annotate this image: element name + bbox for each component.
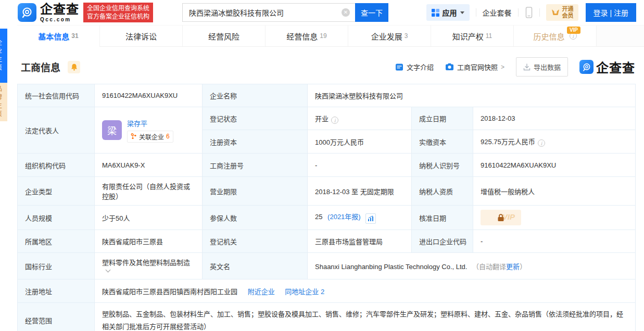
org-chart-icon <box>131 133 137 139</box>
search-group: ✕ 查一下 <box>182 3 388 22</box>
translate-update-link[interactable]: 更新 <box>506 263 520 271</box>
side-tab-company-homepage[interactable]: 企业主页 <box>0 29 7 83</box>
qcc-logo-glyph <box>21 6 33 19</box>
establish-date-value: 2018-12-03 <box>473 107 636 130</box>
table-row: 组织机构代码 MA6XUAK9-X 工商注册号 - 纳税人识别号 9161042… <box>18 154 636 177</box>
tab-count: 31 <box>71 32 78 40</box>
table-row: 国标行业 塑料零件及其他塑料制品制造 英文名 Shaanxi Lianghanb… <box>18 253 636 279</box>
legal-rep-label: 法定代表人 <box>18 107 95 154</box>
apps-dropdown[interactable]: 应用 <box>426 4 470 21</box>
apps-grid-icon <box>432 9 439 17</box>
official-credential-badge: 全国企业信用查询系统 官方备案企业征信机构 <box>83 3 153 22</box>
reg-status-value: 开业i <box>308 107 412 130</box>
address-value: 陕西省咸阳市三原县西阳镇西南村西阳工业园 附近企业 同地址企业 2 <box>95 279 636 303</box>
industry-label: 国标行业 <box>18 253 95 279</box>
tab-label: 经营信息 <box>286 31 318 42</box>
related-companies-badge[interactable]: 关联企业 6 <box>127 131 173 143</box>
side-tab-label: 品牌主页 <box>0 85 7 119</box>
vip-locked-value[interactable]: VIP <box>481 210 521 225</box>
reg-authority-label: 登记机关 <box>203 230 308 253</box>
official-snapshot-link[interactable]: 工商官网快照 > <box>445 62 504 72</box>
annual-report-link[interactable]: (2021年报) <box>327 213 361 221</box>
reg-capital-value: 1000万元人民币 <box>308 130 412 154</box>
download-icon <box>523 63 531 71</box>
info-icon[interactable]: i <box>538 139 545 147</box>
tab-basic-info[interactable]: 基本信息 31 <box>17 26 100 46</box>
insured-count-value: 25 (2021年报) <box>308 206 412 230</box>
tab-intellectual-property[interactable]: 知识产权 11 <box>431 26 514 46</box>
legal-rep-cell: 梁 梁存平 关联企业 6 <box>95 107 203 154</box>
export-data-button[interactable]: 导出数据 <box>516 57 568 77</box>
related-companies-label: 关联企业 <box>139 132 164 141</box>
industry-text: 塑料零件及其他塑料制品制造 <box>102 259 190 266</box>
tab-count: 19 <box>320 32 326 40</box>
text-intro-label: 文字介绍 <box>407 62 434 72</box>
paid-capital-value: 925.75万元人民币i <box>473 130 636 154</box>
qcc-brand-glyph <box>582 62 591 72</box>
company-name-label: 企业名称 <box>203 84 308 107</box>
tab-label: 法律诉讼 <box>125 31 157 42</box>
insured-count-label: 参保人数 <box>203 206 308 230</box>
enterprise-package-link[interactable]: 企业套餐 <box>483 7 512 18</box>
trend-chart-button[interactable] <box>365 213 376 224</box>
text-intro-link[interactable]: 文字介绍 <box>395 62 434 72</box>
reg-status-text: 开业 <box>315 115 329 123</box>
company-name-value: 陕西梁涵冰塑胶科技有限公司 <box>308 84 636 107</box>
qcc-logo-icon[interactable] <box>18 3 36 22</box>
taxpayer-qual-label: 纳税人资质 <box>412 177 473 206</box>
tab-operation-info[interactable]: 经营信息 19 <box>266 26 348 46</box>
biz-scope-value: 塑胶制品、五金制品、包装材料生产、加工、销售；塑胶设备及模具加工、销售、维修；汽… <box>95 303 636 331</box>
info-icon[interactable]: i <box>331 117 338 124</box>
open-vip-button[interactable]: 开通 会员 <box>546 4 578 21</box>
logo-en: Qcc.com <box>40 17 79 22</box>
table-row: 统一社会信用代码 91610422MA6XUAK9XU 企业名称 陕西梁涵冰塑胶… <box>18 84 636 107</box>
vip-line1: 开通 <box>562 6 574 12</box>
tab-legal-litigation[interactable]: 法律诉讼 <box>100 26 183 46</box>
paid-capital-text: 925.75万元人民币 <box>481 138 535 146</box>
english-name-label: 英文名 <box>203 253 308 279</box>
company-type-value: 有限责任公司（自然人投资或控股） <box>95 177 203 206</box>
tab-operation-risk[interactable]: 经营风险 <box>183 26 266 46</box>
table-row: 人员规模 少于50人 参保人数 25 (2021年报) 核准日期 VIP <box>18 206 636 230</box>
login-register-button[interactable]: 登录 | 注册 <box>586 3 636 22</box>
tab-history-info[interactable]: VIP 历史信息 i <box>514 26 597 46</box>
snapshot-label: 工商官网快照 <box>457 62 498 72</box>
vip-crown-icon <box>551 8 560 17</box>
tab-filler <box>597 26 644 46</box>
camera-icon <box>445 63 454 71</box>
search-button[interactable]: 查一下 <box>355 3 388 22</box>
chevron-down-icon <box>460 11 464 14</box>
tab-company-development[interactable]: 企业发展 3 <box>348 26 431 46</box>
table-row: 企业类型 有限责任公司（自然人投资或控股） 营业期限 2018-12-03 至 … <box>18 177 636 206</box>
same-address-companies-link[interactable]: 同地址企业 2 <box>285 288 324 296</box>
mobile-phone-icon[interactable] <box>525 6 533 19</box>
qcc-logo-text[interactable]: 企查查 Qcc.com <box>40 3 79 22</box>
search-clear-icon[interactable]: ✕ <box>342 8 350 17</box>
taxpayer-id-label: 纳税人识别号 <box>412 154 473 177</box>
reg-capital-label: 注册资本 <box>203 130 308 154</box>
company-type-label: 企业类型 <box>18 177 95 206</box>
chevron-down-icon[interactable] <box>106 268 111 273</box>
biz-reg-no-value: - <box>308 154 412 177</box>
side-tab-label: 企业主页 <box>0 39 7 72</box>
business-info-header: 工商信息 文字介绍 工商官网快照 > <box>0 47 644 84</box>
nearby-companies-link[interactable]: 附近企业 <box>248 288 275 296</box>
table-row: 所属地区 陕西省咸阳市三原县 登记机关 三原县市场监督管理局 进出口企业代码 - <box>18 230 636 253</box>
english-name-value: Shaanxi Lianghanbing Plastic Technology … <box>308 253 636 279</box>
divider <box>476 8 476 17</box>
region-label: 所属地区 <box>18 230 95 253</box>
tab-label: 经营风险 <box>208 31 239 42</box>
business-registration-table: 统一社会信用代码 91610422MA6XUAK9XU 企业名称 陕西梁涵冰塑胶… <box>17 84 636 331</box>
export-label: 导出数据 <box>534 62 561 72</box>
staff-size-label: 人员规模 <box>18 206 95 230</box>
left-side-tabs: 企业主页 品牌主页 <box>0 29 7 121</box>
legal-rep-name-link[interactable]: 梁存平 <box>127 118 173 128</box>
biz-scope-label: 经营范围 <box>18 303 95 331</box>
header-tools: 文字介绍 工商官网快照 > 导出数据 <box>395 57 635 77</box>
search-input[interactable] <box>182 3 355 22</box>
side-tab-brand-homepage[interactable]: 品牌主页 <box>0 83 7 121</box>
region-value: 陕西省咸阳市三原县 <box>95 230 203 253</box>
establish-date-label: 成立日期 <box>412 107 473 130</box>
notification-bell-button[interactable] <box>68 61 80 73</box>
legal-rep-avatar[interactable]: 梁 <box>102 120 122 140</box>
